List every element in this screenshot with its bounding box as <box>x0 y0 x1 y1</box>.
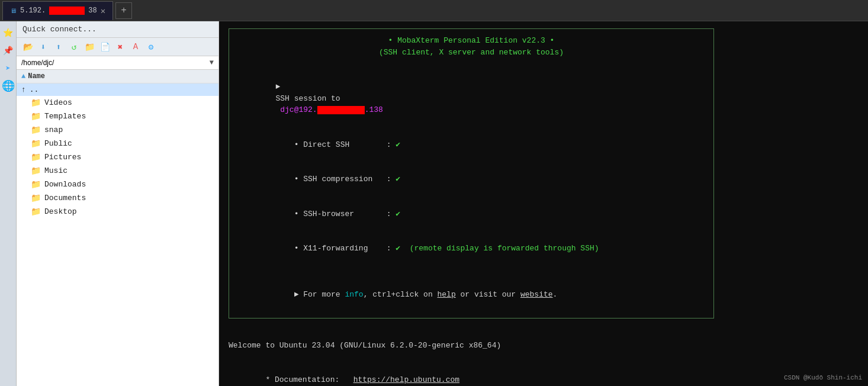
feature-ssh-browser: • SSH-browser : ✔ <box>239 197 704 231</box>
monitor-icon: 🖥 <box>10 7 17 15</box>
info-link[interactable]: info <box>345 290 363 299</box>
folder-icon: 📁 <box>31 152 41 162</box>
welcome-subtitle: (SSH client, X server and network tools) <box>239 47 704 59</box>
upload-button[interactable]: ⬆ <box>52 40 65 53</box>
blank-line2 <box>239 266 704 278</box>
ssh-label: SSH session to <box>275 94 340 103</box>
send-icon[interactable]: ➤ <box>2 62 15 75</box>
quick-connect-bar[interactable]: Quick connect... <box>17 21 218 38</box>
feature-x11: • X11-forwarding : ✔ (remote display is … <box>239 231 704 266</box>
arrow-icon: ► <box>275 82 285 91</box>
open-folder-button[interactable]: 📂 <box>21 40 34 53</box>
path-chevron-icon[interactable]: ▼ <box>210 59 214 67</box>
tree-item-label: Pictures <box>44 153 81 162</box>
main-area: ⭐ 📌 ➤ 🌐 Quick connect... 📂 ⬇ ⬆ ↺ 📁 📄 <box>0 21 868 386</box>
tree-item-snap[interactable]: 📁 snap <box>17 123 218 137</box>
tree-item-downloads[interactable]: 📁 Downloads <box>17 178 218 191</box>
folder-icon: 📁 <box>31 125 41 135</box>
tree-column-name: Name <box>28 72 45 81</box>
website-link[interactable]: website <box>520 290 553 299</box>
new-folder-button[interactable]: 📁 <box>83 40 96 53</box>
download-button[interactable]: ⬇ <box>37 40 50 53</box>
tree-item-label: snap <box>44 126 63 134</box>
info-line: ► For more info, ctrl+click on help or v… <box>239 278 704 313</box>
folder-icon: 📁 <box>31 193 41 203</box>
tree-item-videos[interactable]: 📁 Videos <box>17 96 218 110</box>
tree-item-label: Downloads <box>44 180 86 189</box>
folder-icon: 📁 <box>31 179 41 189</box>
tree-item-label: Music <box>44 166 67 175</box>
ubuntu-welcome: Welcome to Ubuntu 23.04 (GNU/Linux 6.2.0… <box>229 340 859 352</box>
tree-item-label: Desktop <box>44 207 77 216</box>
session-tab[interactable]: 🖥 5.192.38 ✕ <box>2 1 113 20</box>
doc-url[interactable]: https://help.ubuntu.com <box>353 375 459 384</box>
tree-item-label: Public <box>44 139 72 148</box>
properties-button[interactable]: ⚙ <box>144 40 157 53</box>
ssh-session-line: ► SSH session to djc@192..138 <box>239 70 704 128</box>
ssh-user: djc@192. <box>275 105 317 114</box>
pin-icon[interactable]: 📌 <box>2 44 15 57</box>
star-icon[interactable]: ⭐ <box>2 26 15 39</box>
folder-icon: 📁 <box>31 139 41 149</box>
tree-item-label: Documents <box>44 194 86 202</box>
feature-ssh-compression: • SSH compression : ✔ <box>239 162 704 197</box>
path-bar: /home/djc/ ▼ <box>17 56 218 70</box>
folder-icon: 📁 <box>31 207 41 217</box>
doc-line: * Documentation: https://help.ubuntu.com <box>229 363 859 387</box>
tree-item-documents[interactable]: 📁 Documents <box>17 191 218 205</box>
parent-dir-icon: ↑ <box>21 85 26 94</box>
tree-item-pictures[interactable]: 📁 Pictures <box>17 150 218 164</box>
tree-header: ▲ Name <box>17 70 218 83</box>
tree-item-label: Templates <box>44 112 86 121</box>
quick-connect-label: Quick connect... <box>22 25 97 34</box>
tab-label-prefix: 5.192. <box>20 7 46 15</box>
folder-icon: 📁 <box>31 166 41 176</box>
feature-direct-ssh: • Direct SSH : ✔ <box>239 127 704 162</box>
globe-icon[interactable]: 🌐 <box>2 79 15 92</box>
tab-close-button[interactable]: ✕ <box>101 6 105 16</box>
sidebar-content: Quick connect... 📂 ⬇ ⬆ ↺ 📁 📄 ✖ A ⚙ /home… <box>17 21 218 386</box>
help-link[interactable]: help <box>438 290 456 299</box>
file-toolbar: 📂 ⬇ ⬆ ↺ 📁 📄 ✖ A ⚙ <box>17 38 218 56</box>
tree-item-public[interactable]: 📁 Public <box>17 137 218 150</box>
welcome-title: • MobaXterm Personal Edition v22.3 • <box>239 35 704 47</box>
folder-icon: 📁 <box>31 98 41 108</box>
tree-item-desktop[interactable]: 📁 Desktop <box>17 205 218 218</box>
tree-item-music[interactable]: 📁 Music <box>17 164 218 178</box>
parent-dir-label: .. <box>30 85 39 94</box>
refresh-button[interactable]: ↺ <box>67 40 81 53</box>
blank-line4 <box>229 351 859 363</box>
left-nav: ⭐ 📌 ➤ 🌐 <box>0 21 17 386</box>
welcome-box: • MobaXterm Personal Edition v22.3 • (SS… <box>229 28 714 319</box>
credit-text: CSDN @Kudō Shin-ichi <box>784 373 862 383</box>
tree-item-parent[interactable]: ↑ .. <box>17 83 218 96</box>
file-tree: ▲ Name ↑ .. 📁 Videos 📁 Templates <box>17 70 218 386</box>
path-input[interactable]: /home/djc/ <box>21 59 207 67</box>
rename-button[interactable]: A <box>129 40 142 53</box>
new-tab-button[interactable]: + <box>115 2 132 19</box>
tab-bar: 🖥 5.192.38 ✕ + <box>0 0 868 21</box>
delete-button[interactable]: ✖ <box>114 40 127 53</box>
sidebar: ⭐ 📌 ➤ 🌐 Quick connect... 📂 ⬇ ⬆ ↺ 📁 📄 <box>0 21 219 386</box>
tab-ip-redacted <box>49 7 85 15</box>
ssh-ip-suffix: .138 <box>365 105 383 114</box>
blank-line3 <box>229 328 859 340</box>
tree-item-templates[interactable]: 📁 Templates <box>17 110 218 123</box>
tree-expand-icon: ▲ <box>21 72 25 81</box>
blank-line <box>239 58 704 70</box>
terminal[interactable]: • MobaXterm Personal Edition v22.3 • (SS… <box>219 21 868 386</box>
new-file-button[interactable]: 📄 <box>98 40 111 53</box>
tab-label-suffix: 38 <box>88 7 97 15</box>
tree-item-label: Videos <box>44 98 72 107</box>
ssh-ip-redacted <box>317 106 365 114</box>
folder-icon: 📁 <box>31 111 41 121</box>
